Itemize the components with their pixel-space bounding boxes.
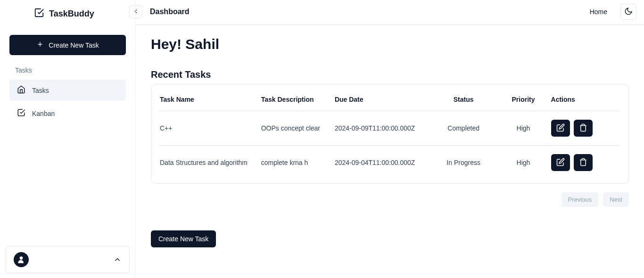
moon-icon bbox=[624, 7, 633, 17]
task-description: complete krna h bbox=[261, 146, 335, 180]
recent-tasks-title: Recent Tasks bbox=[151, 69, 629, 80]
greeting: Hey! Sahil bbox=[151, 36, 629, 52]
logo-check-icon bbox=[34, 8, 44, 20]
table-row: Data Structures and algorithm complete k… bbox=[160, 146, 620, 180]
previous-button[interactable]: Previous bbox=[561, 192, 599, 207]
task-priority: High bbox=[495, 146, 551, 180]
edit-button[interactable] bbox=[551, 154, 570, 171]
sidebar: TaskBuddy Create New Task Tasks Tasks bbox=[0, 0, 136, 278]
topbar: Dashboard Home bbox=[136, 0, 644, 25]
delete-button[interactable] bbox=[574, 120, 593, 137]
create-task-bottom-button[interactable]: Create New Task bbox=[151, 230, 216, 247]
col-status: Status bbox=[431, 88, 496, 111]
svg-point-2 bbox=[20, 256, 23, 260]
task-description: OOPs concept clear bbox=[261, 111, 335, 146]
edit-icon bbox=[556, 123, 565, 133]
sidebar-item-kanban[interactable]: Kanban bbox=[9, 103, 126, 124]
trash-icon bbox=[579, 158, 587, 168]
sidebar-item-label: Tasks bbox=[32, 87, 49, 94]
table-row: C++ OOPs concept clear 2024-09-09T11:00:… bbox=[160, 111, 620, 146]
task-due: 2024-09-09T11:00:00.000Z bbox=[335, 111, 431, 146]
content: Hey! Sahil Recent Tasks Task Name Task D… bbox=[136, 25, 644, 259]
task-status: Completed bbox=[431, 111, 496, 146]
edit-icon bbox=[556, 158, 565, 168]
task-name: C++ bbox=[160, 111, 261, 146]
sidebar-section-label: Tasks bbox=[9, 63, 126, 78]
col-actions: Actions bbox=[551, 88, 620, 111]
col-name: Task Name bbox=[160, 88, 261, 111]
task-due: 2024-09-04T11:00:00.000Z bbox=[335, 146, 431, 180]
trash-icon bbox=[579, 123, 587, 133]
main-area: Dashboard Home Hey! Sahil Recent Tasks T… bbox=[136, 0, 644, 278]
create-task-button[interactable]: Create New Task bbox=[9, 35, 126, 55]
next-button[interactable]: Next bbox=[603, 192, 629, 207]
logo[interactable]: TaskBuddy bbox=[9, 6, 126, 27]
pagination: Previous Next bbox=[151, 192, 629, 207]
tasks-table: Task Name Task Description Due Date Stat… bbox=[151, 84, 629, 184]
task-priority: High bbox=[495, 111, 551, 146]
theme-toggle-button[interactable] bbox=[620, 4, 636, 20]
home-icon bbox=[17, 85, 25, 95]
plus-icon bbox=[36, 41, 44, 49]
delete-button[interactable] bbox=[574, 154, 593, 171]
avatar bbox=[14, 252, 29, 267]
kanban-check-icon bbox=[17, 108, 25, 118]
chevron-up-icon bbox=[113, 255, 122, 264]
home-link[interactable]: Home bbox=[590, 8, 607, 16]
page-title: Dashboard bbox=[150, 8, 190, 16]
task-status: In Progress bbox=[431, 146, 496, 180]
col-due: Due Date bbox=[335, 88, 431, 111]
sidebar-item-label: Kanban bbox=[32, 110, 55, 117]
create-task-label: Create New Task bbox=[49, 41, 99, 49]
task-name: Data Structures and algorithm bbox=[160, 146, 261, 180]
col-description: Task Description bbox=[261, 88, 335, 111]
user-menu[interactable] bbox=[6, 246, 130, 273]
edit-button[interactable] bbox=[551, 120, 570, 137]
app-name: TaskBuddy bbox=[49, 9, 94, 19]
col-priority: Priority bbox=[495, 88, 551, 111]
sidebar-item-tasks[interactable]: Tasks bbox=[9, 80, 126, 101]
